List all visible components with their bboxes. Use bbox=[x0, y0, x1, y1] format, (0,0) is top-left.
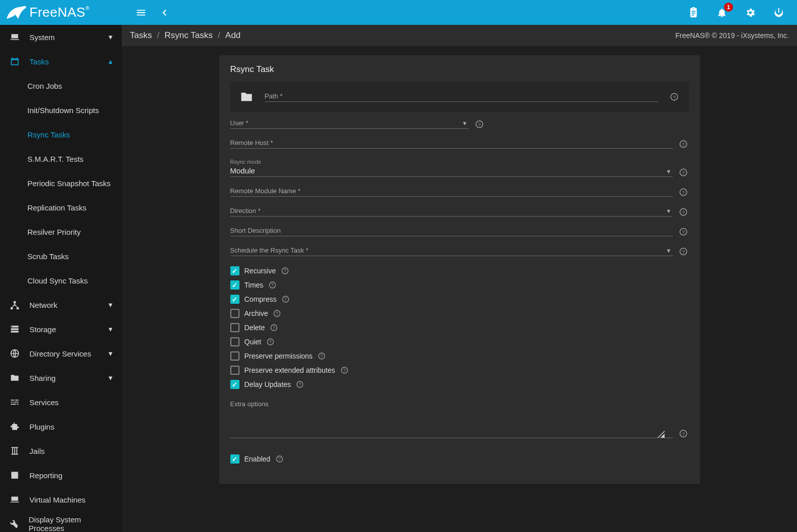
rsync-mode-field[interactable]: Rsync mode Module ▼ bbox=[230, 159, 673, 177]
svg-text:?: ? bbox=[682, 190, 685, 195]
archive-checkbox[interactable]: Archive? bbox=[230, 309, 689, 318]
extra-options-textarea[interactable] bbox=[230, 411, 673, 438]
sidebar-item-rsync[interactable]: Rsync Tasks bbox=[0, 122, 122, 147]
svg-text:?: ? bbox=[682, 141, 685, 147]
help-icon[interactable]: ? bbox=[679, 168, 689, 177]
help-icon[interactable]: ? bbox=[679, 207, 689, 217]
extra-options-label: Extra options bbox=[230, 400, 689, 408]
sidebar-item-services[interactable]: Services bbox=[0, 390, 122, 414]
card-title: Rsync Task bbox=[219, 55, 700, 82]
delete-checkbox[interactable]: Delete? bbox=[230, 323, 689, 332]
sidebar-item-cloud[interactable]: Cloud Sync Tasks bbox=[0, 268, 122, 293]
user-field[interactable]: User * ▼ bbox=[230, 119, 469, 129]
sidebar-label: Tasks bbox=[29, 57, 49, 66]
help-icon[interactable]: ? bbox=[270, 324, 280, 332]
sidebar-label: Virtual Machines bbox=[29, 495, 86, 504]
sidebar-item-init[interactable]: Init/Shutdown Scripts bbox=[0, 98, 122, 122]
sidebar-item-storage[interactable]: Storage ▾ bbox=[0, 317, 122, 341]
help-icon[interactable]: ? bbox=[268, 281, 279, 289]
help-icon[interactable]: ? bbox=[679, 188, 689, 197]
schedule-field[interactable]: Schedule the Rsync Task * ▼ bbox=[230, 246, 673, 256]
crumb-tasks[interactable]: Tasks bbox=[130, 30, 152, 41]
short-desc-field[interactable]: Short Description bbox=[230, 227, 673, 236]
settings-icon[interactable] bbox=[743, 6, 757, 20]
delay-checkbox[interactable]: Delay Updates? bbox=[230, 380, 689, 389]
sidebar-item-dirsvc[interactable]: Directory Services ▾ bbox=[0, 341, 122, 366]
help-icon[interactable]: ? bbox=[275, 455, 286, 463]
help-icon[interactable]: ? bbox=[679, 139, 689, 149]
remote-module-field[interactable]: Remote Module Name * bbox=[230, 187, 673, 197]
build-icon bbox=[9, 519, 20, 529]
sidebar-item-reporting[interactable]: Reporting bbox=[0, 463, 122, 487]
direction-field[interactable]: Direction * ▼ bbox=[230, 207, 673, 217]
svg-text:?: ? bbox=[299, 382, 301, 387]
topbar-left bbox=[122, 6, 171, 20]
chevron-down-icon: ▾ bbox=[109, 349, 113, 358]
sidebar-item-tasks[interactable]: Tasks ▴ bbox=[0, 49, 122, 74]
folder-shared-icon bbox=[9, 373, 20, 383]
help-icon[interactable]: ? bbox=[670, 92, 680, 101]
crumb-rsync[interactable]: Rsync Tasks bbox=[164, 30, 213, 41]
sidebar-item-replication[interactable]: Replication Tasks bbox=[0, 195, 122, 220]
sidebar-label: System bbox=[29, 33, 55, 42]
svg-text:?: ? bbox=[269, 339, 272, 344]
storage-icon bbox=[9, 324, 20, 334]
dropdown-icon: ▼ bbox=[666, 168, 672, 174]
help-icon[interactable]: ? bbox=[679, 247, 689, 256]
topbar: FreeNAS® 1 bbox=[0, 0, 797, 25]
form-card: Rsync Task Path * ? User * ▼ ? bbox=[219, 55, 700, 484]
enabled-checkbox[interactable]: Enabled? bbox=[230, 454, 689, 464]
help-icon[interactable]: ? bbox=[679, 429, 689, 438]
resize-icon[interactable] bbox=[657, 431, 665, 438]
menu-icon[interactable] bbox=[134, 6, 148, 20]
sidebar-item-cron[interactable]: Cron Jobs bbox=[0, 74, 122, 98]
chevron-down-icon: ▾ bbox=[109, 32, 113, 42]
help-icon[interactable]: ? bbox=[318, 352, 328, 360]
sidebar-item-vm[interactable]: Virtual Machines bbox=[0, 487, 122, 512]
folder-icon[interactable] bbox=[239, 90, 254, 104]
chevron-down-icon: ▾ bbox=[109, 300, 113, 309]
sidebar-item-smart[interactable]: S.M.A.R.T. Tests bbox=[0, 147, 122, 171]
help-icon[interactable]: ? bbox=[340, 366, 351, 374]
sidebar-label: Services bbox=[29, 398, 59, 407]
power-icon[interactable] bbox=[772, 6, 786, 20]
back-icon[interactable] bbox=[157, 6, 171, 20]
crumb-add[interactable]: Add bbox=[225, 30, 240, 41]
sidebar-item-system[interactable]: System ▾ bbox=[0, 25, 122, 49]
svg-text:?: ? bbox=[284, 268, 286, 273]
copyright: FreeNAS® © 2019 - iXsystems, Inc. bbox=[675, 31, 789, 40]
help-icon[interactable]: ? bbox=[679, 227, 689, 236]
recursive-checkbox[interactable]: Recursive? bbox=[230, 266, 689, 275]
help-icon[interactable]: ? bbox=[296, 380, 306, 388]
globe-icon bbox=[9, 348, 20, 359]
xattr-checkbox[interactable]: Preserve extended attributes? bbox=[230, 366, 689, 375]
help-icon[interactable]: ? bbox=[475, 120, 485, 129]
sidebar-item-resilver[interactable]: Resilver Priority bbox=[0, 220, 122, 244]
sidebar-item-sharing[interactable]: Sharing ▾ bbox=[0, 366, 122, 390]
sidebar-item-dispproc[interactable]: Display System Processes bbox=[0, 512, 122, 532]
sidebar-item-snapshot[interactable]: Periodic Snapshot Tasks bbox=[0, 171, 122, 195]
svg-text:?: ? bbox=[682, 431, 685, 437]
clipboard-icon[interactable] bbox=[686, 6, 701, 20]
sidebar-item-scrub[interactable]: Scrub Tasks bbox=[0, 244, 122, 268]
compress-checkbox[interactable]: Compress? bbox=[230, 295, 689, 304]
svg-text:?: ? bbox=[271, 282, 274, 288]
jail-icon bbox=[9, 446, 20, 456]
remote-host-field[interactable]: Remote Host * bbox=[230, 139, 673, 149]
times-checkbox[interactable]: Times? bbox=[230, 280, 689, 290]
svg-text:?: ? bbox=[682, 170, 685, 175]
help-icon[interactable]: ? bbox=[281, 267, 291, 275]
sidebar-item-jails[interactable]: Jails bbox=[0, 439, 122, 463]
sidebar-item-plugins[interactable]: Plugins bbox=[0, 414, 122, 439]
help-icon[interactable]: ? bbox=[273, 309, 283, 317]
path-field[interactable]: Path * bbox=[265, 92, 659, 102]
perms-checkbox[interactable]: Preserve permissions? bbox=[230, 351, 689, 361]
sidebar-label: Plugins bbox=[29, 422, 54, 431]
sidebar-item-network[interactable]: Network ▾ bbox=[0, 293, 122, 317]
notifications-icon[interactable]: 1 bbox=[715, 6, 729, 20]
brand-text: FreeNAS® bbox=[29, 5, 89, 20]
quiet-checkbox[interactable]: Quiet? bbox=[230, 337, 689, 346]
svg-text:?: ? bbox=[285, 297, 287, 302]
help-icon[interactable]: ? bbox=[266, 338, 276, 346]
help-icon[interactable]: ? bbox=[282, 295, 292, 303]
